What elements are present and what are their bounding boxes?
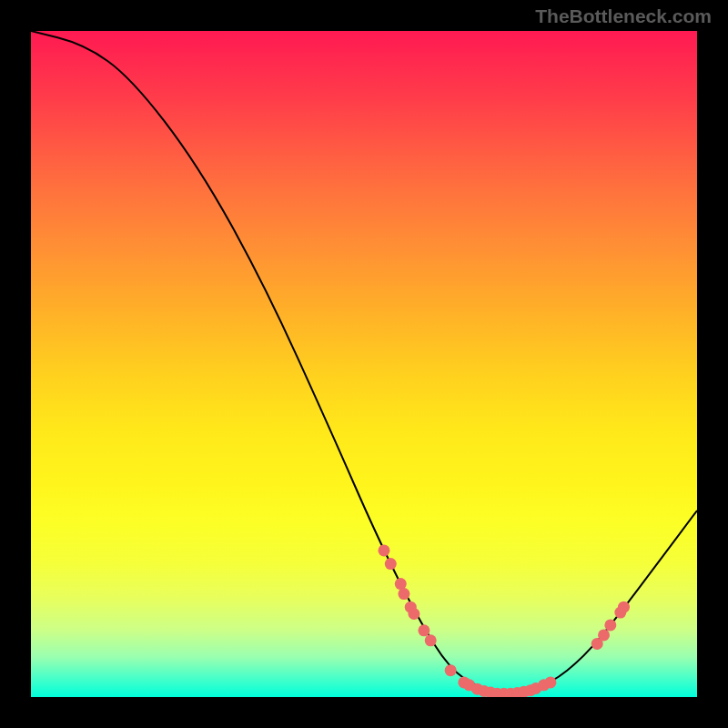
data-point	[618, 602, 630, 613]
data-point	[378, 544, 389, 556]
data-points	[378, 544, 630, 697]
data-point	[604, 619, 616, 631]
data-point	[425, 634, 437, 646]
data-point	[418, 624, 430, 636]
data-point	[408, 608, 420, 620]
watermark-text: TheBottleneck.com	[535, 5, 712, 27]
data-point	[544, 676, 556, 688]
data-point	[598, 629, 610, 641]
data-point	[445, 664, 457, 676]
data-point	[398, 588, 410, 600]
chart-overlay	[31, 31, 697, 697]
data-point	[385, 558, 397, 570]
plot-area	[31, 31, 697, 697]
bottleneck-curve	[31, 31, 697, 693]
